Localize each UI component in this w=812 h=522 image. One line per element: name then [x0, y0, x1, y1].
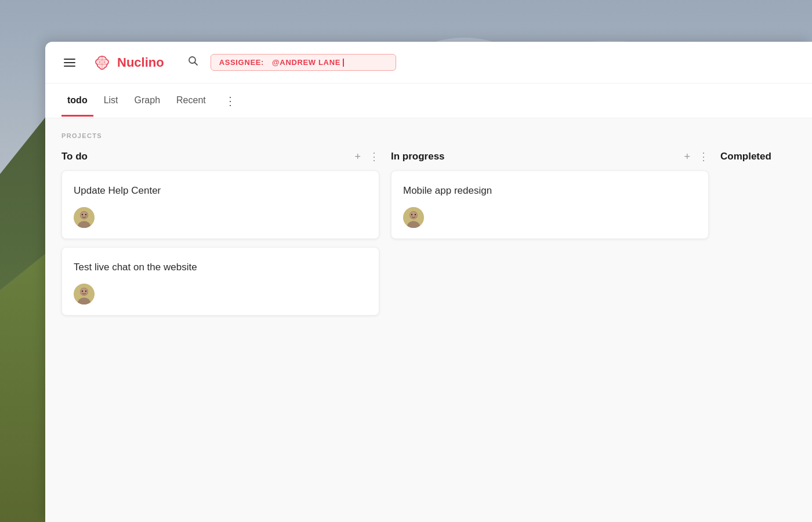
column-title-inprogress: In progress: [391, 151, 684, 162]
tabs-bar: todo List Graph Recent ⋮: [45, 84, 812, 118]
column-header-todo: To do + ⋮: [61, 151, 379, 162]
avatar-2: [74, 284, 95, 304]
column-title-todo: To do: [61, 151, 354, 162]
card-mobile-app-redesign[interactable]: Mobile app redesign: [391, 171, 709, 239]
search-filter-bar[interactable]: ASSIGNEE: @ANDREW LANE: [211, 54, 396, 71]
logo-area: Nuclino: [92, 52, 164, 73]
main-content: PROJECTS To do + ⋮ Update Help Center: [45, 118, 812, 522]
tab-recent[interactable]: Recent: [171, 86, 212, 117]
filter-label: ASSIGNEE:: [219, 58, 264, 67]
brain-icon: [92, 52, 113, 73]
more-todo-button[interactable]: ⋮: [369, 151, 379, 162]
column-header-inprogress: In progress + ⋮: [391, 151, 709, 162]
svg-point-30: [411, 214, 412, 215]
board-columns: To do + ⋮ Update Help Center: [61, 151, 796, 324]
cursor: [343, 59, 344, 67]
header: Nuclino ASSIGNEE: @ANDREW LANE: [45, 42, 812, 84]
card-title-1: Update Help Center: [74, 184, 367, 198]
column-actions-todo: + ⋮: [354, 151, 379, 162]
tab-list[interactable]: List: [98, 86, 124, 117]
filter-value: @ANDREW LANE: [272, 58, 340, 67]
tab-board[interactable]: todo: [61, 86, 93, 117]
add-todo-button[interactable]: +: [354, 151, 361, 162]
tab-graph[interactable]: Graph: [129, 86, 166, 117]
tab-more-button[interactable]: ⋮: [219, 89, 243, 113]
column-header-completed: Completed: [720, 151, 812, 162]
svg-point-31: [415, 214, 416, 215]
column-inprogress: In progress + ⋮ Mobile app redesign: [391, 151, 709, 324]
card-title-2: Test live chat on the website: [74, 260, 367, 274]
svg-point-25: [85, 290, 86, 291]
svg-point-24: [82, 290, 83, 291]
svg-point-10: [99, 61, 101, 63]
app-panel: Nuclino ASSIGNEE: @ANDREW LANE todo List…: [45, 42, 812, 522]
logo-text: Nuclino: [117, 55, 164, 70]
card-test-live-chat[interactable]: Test live chat on the website: [61, 247, 379, 316]
more-inprogress-button[interactable]: ⋮: [698, 151, 709, 162]
section-label: PROJECTS: [61, 132, 796, 139]
svg-point-18: [82, 214, 83, 215]
menu-button[interactable]: [61, 56, 78, 69]
add-inprogress-button[interactable]: +: [684, 151, 690, 162]
column-actions-inprogress: + ⋮: [684, 151, 709, 162]
avatar-3: [403, 207, 424, 228]
avatar-1: [74, 207, 95, 228]
column-todo: To do + ⋮ Update Help Center: [61, 151, 379, 324]
card-title-3: Mobile app redesign: [403, 184, 697, 198]
column-title-completed: Completed: [720, 151, 812, 162]
search-button[interactable]: [185, 53, 201, 72]
svg-point-19: [85, 214, 86, 215]
column-completed: Completed: [720, 151, 812, 324]
svg-line-13: [194, 63, 197, 66]
card-update-help-center[interactable]: Update Help Center: [61, 171, 379, 239]
svg-point-11: [104, 61, 106, 63]
